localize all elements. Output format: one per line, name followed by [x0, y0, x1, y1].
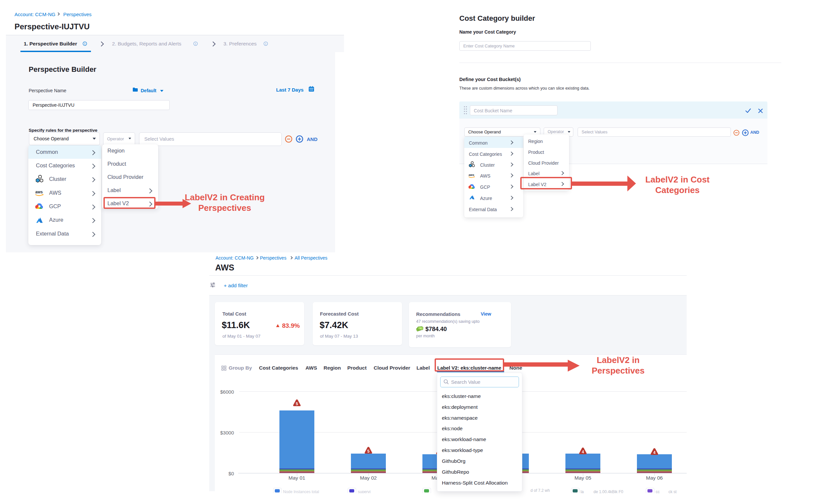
svg-text:4: 4 — [582, 450, 584, 454]
svg-text:5: 5 — [367, 449, 370, 454]
svg-text:aws: aws — [468, 173, 474, 177]
svg-text:5: 5 — [296, 402, 298, 406]
svg-text:aws: aws — [35, 190, 43, 195]
svg-text:4: 4 — [653, 450, 656, 455]
